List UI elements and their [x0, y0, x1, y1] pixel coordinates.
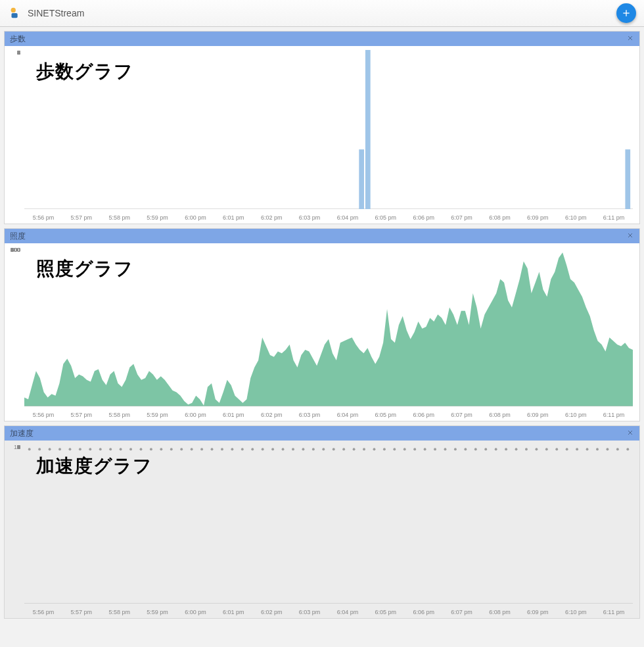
- x-tick: 6:02 pm: [261, 609, 283, 615]
- x-tick: 6:07 pm: [451, 609, 472, 615]
- svg-point-36: [322, 448, 325, 450]
- svg-point-25: [211, 448, 214, 450]
- x-tick: 6:06 pm: [413, 412, 434, 418]
- svg-point-23: [191, 448, 193, 450]
- x-tick: 6:09 pm: [527, 412, 549, 418]
- x-tick: 6:01 pm: [223, 412, 244, 418]
- svg-point-28: [241, 448, 244, 450]
- x-tick: 6:07 pm: [451, 214, 472, 221]
- close-icon: [626, 34, 634, 42]
- x-tick: 6:10 pm: [565, 214, 587, 221]
- svg-rect-3: [359, 149, 364, 209]
- svg-point-61: [576, 448, 578, 450]
- panel-title: 加速度: [10, 428, 626, 439]
- app-title: SINETStream: [28, 8, 84, 18]
- x-tick: 6:08 pm: [489, 412, 511, 418]
- x-tick: 5:59 pm: [147, 412, 168, 418]
- svg-point-10: [58, 448, 61, 450]
- svg-point-33: [292, 448, 294, 450]
- x-tick: 6:06 pm: [413, 609, 434, 615]
- svg-point-55: [515, 448, 518, 450]
- x-tick: 6:03 pm: [299, 609, 321, 615]
- svg-point-31: [271, 448, 274, 450]
- svg-point-7: [28, 448, 31, 450]
- svg-point-11: [69, 448, 72, 450]
- chart-accel: 加速度グラフ 10 9 8 7 6 5 4 3 2 1 0 5:56 pm5:5…: [5, 441, 639, 618]
- plot-lux: [24, 247, 633, 406]
- x-tick: 5:56 pm: [33, 214, 55, 221]
- x-tick: 5:58 pm: [108, 609, 130, 615]
- x-tick: 6:02 pm: [261, 214, 283, 221]
- svg-point-64: [606, 448, 609, 450]
- svg-point-35: [312, 448, 315, 450]
- add-button[interactable]: [616, 3, 636, 23]
- panel-title: 照度: [10, 231, 626, 242]
- plot-accel: [24, 444, 633, 604]
- plus-icon: [621, 8, 632, 18]
- x-tick: 6:01 pm: [223, 214, 244, 221]
- x-tick: 6:08 pm: [489, 609, 511, 615]
- svg-point-32: [282, 448, 285, 450]
- svg-point-29: [251, 448, 254, 450]
- svg-point-60: [566, 448, 568, 450]
- close-button[interactable]: [626, 231, 634, 241]
- x-tick: 6:11 pm: [603, 609, 625, 615]
- svg-point-66: [626, 448, 629, 450]
- close-button[interactable]: [626, 429, 634, 439]
- app-logo-icon: [8, 6, 22, 20]
- svg-rect-4: [365, 50, 371, 209]
- svg-point-62: [586, 448, 589, 450]
- x-tick: 6:00 pm: [185, 609, 206, 615]
- x-tick: 6:03 pm: [299, 412, 321, 418]
- svg-point-14: [99, 448, 102, 450]
- x-tick: 5:59 pm: [147, 214, 168, 221]
- svg-point-0: [11, 8, 16, 12]
- chart-lux: 照度グラフ 900 800 700 600 500 400 300 200 10…: [5, 243, 639, 421]
- svg-point-50: [464, 448, 467, 450]
- x-tick: 5:56 pm: [33, 609, 55, 615]
- panel-header-lux: 照度: [5, 229, 639, 243]
- svg-point-19: [150, 448, 152, 450]
- x-tick: 6:06 pm: [413, 214, 434, 221]
- plot-steps: [24, 50, 633, 209]
- chart-steps: 歩数グラフ 8 7 6 5 4 3 2 1 0: [5, 46, 639, 224]
- svg-point-26: [221, 448, 223, 450]
- panel-accel: 加速度 加速度グラフ 10 9 8 7 6 5 4 3 2 1 0 5:56 p…: [4, 425, 640, 619]
- svg-point-39: [353, 448, 356, 450]
- panel-title: 歩数: [10, 34, 626, 45]
- svg-point-54: [505, 448, 507, 450]
- svg-point-45: [413, 448, 416, 450]
- svg-point-43: [393, 448, 396, 450]
- panel-steps: 歩数 歩数グラフ 8 7 6 5 4 3: [4, 31, 640, 224]
- svg-point-34: [302, 448, 304, 450]
- x-tick: 6:11 pm: [603, 412, 625, 418]
- svg-point-13: [89, 448, 91, 450]
- x-tick: 6:11 pm: [603, 214, 625, 221]
- x-tick: 5:56 pm: [33, 412, 55, 418]
- panels-container: 歩数 歩数グラフ 8 7 6 5 4 3: [0, 27, 644, 627]
- svg-point-48: [444, 448, 447, 450]
- svg-point-20: [160, 448, 162, 450]
- svg-point-44: [403, 448, 406, 450]
- x-tick: 6:04 pm: [337, 412, 359, 418]
- svg-point-46: [424, 448, 426, 450]
- svg-rect-1: [12, 13, 18, 18]
- svg-point-22: [180, 448, 183, 450]
- x-tick: 6:01 pm: [223, 609, 244, 615]
- svg-point-53: [495, 448, 497, 450]
- svg-point-42: [383, 448, 386, 450]
- svg-rect-5: [625, 149, 630, 209]
- svg-point-49: [454, 448, 457, 450]
- x-tick: 5:58 pm: [108, 412, 130, 418]
- x-tick: 6:05 pm: [375, 412, 397, 418]
- x-tick: 5:57 pm: [71, 609, 93, 615]
- close-button[interactable]: [626, 34, 634, 44]
- svg-point-8: [38, 448, 41, 450]
- svg-point-21: [170, 448, 173, 450]
- x-tick: 6:03 pm: [299, 214, 321, 221]
- svg-point-9: [49, 448, 51, 450]
- svg-point-40: [363, 448, 365, 450]
- svg-point-37: [333, 448, 335, 450]
- x-tick: 6:02 pm: [261, 412, 283, 418]
- svg-point-17: [129, 448, 132, 450]
